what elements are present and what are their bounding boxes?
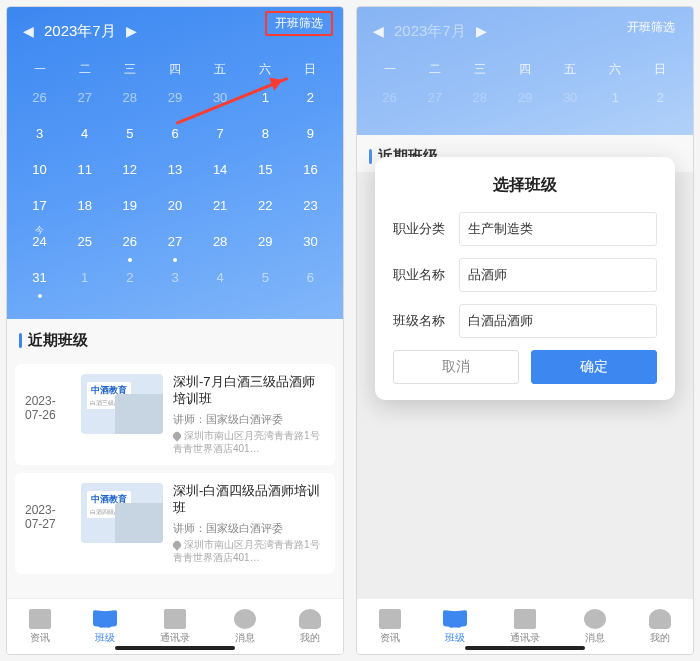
calendar-day[interactable]: 29	[243, 234, 288, 256]
prev-month-button[interactable]: ◀	[367, 23, 390, 39]
calendar-day[interactable]: 18	[62, 198, 107, 220]
tab-messages[interactable]: 消息	[234, 609, 256, 645]
calendar-day[interactable]: 2	[107, 270, 152, 292]
field-select[interactable]: 白酒品酒师	[459, 304, 657, 338]
dow-cell: 一	[17, 61, 62, 78]
filter-button[interactable]: 开班筛选	[275, 16, 323, 30]
calendar-day[interactable]: 3	[152, 270, 197, 292]
calendar-day[interactable]: 3	[17, 126, 62, 148]
tab-label: 我的	[649, 631, 671, 645]
tab-class[interactable]: 班级	[94, 609, 116, 645]
tab-icon	[94, 609, 116, 629]
dow-cell: 三	[107, 61, 152, 78]
dow-cell: 四	[502, 61, 547, 78]
calendar-day[interactable]: 12	[107, 162, 152, 184]
calendar-day[interactable]: 4	[198, 270, 243, 292]
tab-icon	[444, 609, 466, 629]
course-thumbnail: 中酒教育白酒四级品酒师	[81, 483, 163, 543]
tab-messages[interactable]: 消息	[584, 609, 606, 645]
calendar-day[interactable]: 28	[198, 234, 243, 256]
field-select[interactable]: 品酒师	[459, 258, 657, 292]
dow-cell: 三	[457, 61, 502, 78]
calendar-day[interactable]: 21	[198, 198, 243, 220]
course-lecturer: 讲师：国家级白酒评委	[173, 412, 325, 427]
tab-icon	[584, 609, 606, 629]
calendar-day[interactable]: 28	[107, 90, 152, 112]
course-address: 深圳市南山区月亮湾青青路1号青青世界酒店401…	[173, 538, 325, 564]
calendar-day[interactable]: 6	[288, 270, 333, 292]
calendar-day[interactable]: 7	[198, 126, 243, 148]
field-select[interactable]: 生产制造类	[459, 212, 657, 246]
calendar-day[interactable]: 11	[62, 162, 107, 184]
course-address: 深圳市南山区月亮湾青青路1号青青世界酒店401…	[173, 429, 325, 455]
course-card[interactable]: 2023-07-27中酒教育白酒四级品酒师深圳-白酒四级品酒师培训班讲师：国家级…	[15, 473, 335, 574]
dow-cell: 五	[548, 61, 593, 78]
calendar-day[interactable]: 5	[243, 270, 288, 292]
tab-icon	[379, 609, 401, 629]
tab-news[interactable]: 资讯	[29, 609, 51, 645]
calendar-day[interactable]: 30	[198, 90, 243, 112]
tab-icon	[299, 609, 321, 629]
calendar-day[interactable]: 6	[152, 126, 197, 148]
cancel-button[interactable]: 取消	[393, 350, 519, 384]
next-month-button[interactable]: ▶	[120, 23, 143, 39]
tab-label: 通讯录	[510, 631, 540, 645]
course-list[interactable]: 2023-07-26中酒教育白酒三级品酒师深圳-7月白酒三级品酒师培训班讲师：国…	[7, 356, 343, 598]
calendar-day[interactable]: 22	[243, 198, 288, 220]
tab-icon	[234, 609, 256, 629]
course-title: 深圳-7月白酒三级品酒师培训班	[173, 374, 325, 408]
calendar-day[interactable]: 15	[243, 162, 288, 184]
calendar-day[interactable]: 17	[17, 198, 62, 220]
calendar-day[interactable]: 13	[152, 162, 197, 184]
section-title: 近期班级	[28, 331, 88, 350]
calendar-grid[interactable]: 2627282930123456789101112131415161718192…	[17, 90, 333, 292]
tab-news[interactable]: 资讯	[379, 609, 401, 645]
calendar-day[interactable]: 2	[288, 90, 333, 112]
calendar-panel-dimmed: ◀ 2023年7月 ▶ 开班筛选 一二三四五六日 262728293012	[357, 7, 693, 135]
home-indicator	[115, 646, 235, 650]
course-thumbnail: 中酒教育白酒三级品酒师	[81, 374, 163, 434]
calendar-day: 28	[457, 90, 502, 112]
modal-field-row: 职业分类生产制造类	[393, 212, 657, 246]
tab-class[interactable]: 班级	[444, 609, 466, 645]
calendar-day[interactable]: 27	[152, 234, 197, 256]
calendar-day[interactable]: 1	[62, 270, 107, 292]
calendar-day[interactable]: 31	[17, 270, 62, 292]
dow-cell: 五	[198, 61, 243, 78]
calendar-day[interactable]: 26	[107, 234, 152, 256]
calendar-day[interactable]: 5	[107, 126, 152, 148]
calendar-day[interactable]: 19	[107, 198, 152, 220]
dow-cell: 二	[62, 61, 107, 78]
calendar-day: 30	[548, 90, 593, 112]
tab-mine[interactable]: 我的	[299, 609, 321, 645]
phone-right: ◀ 2023年7月 ▶ 开班筛选 一二三四五六日 262728293012 近期…	[356, 6, 694, 655]
course-card[interactable]: 2023-07-26中酒教育白酒三级品酒师深圳-7月白酒三级品酒师培训班讲师：国…	[15, 364, 335, 465]
calendar-day[interactable]: 8	[243, 126, 288, 148]
calendar-day[interactable]: 27	[62, 90, 107, 112]
calendar-day[interactable]: 16	[288, 162, 333, 184]
course-date: 2023-07-26	[25, 374, 81, 455]
calendar-day[interactable]: 23	[288, 198, 333, 220]
modal-field-row: 职业名称品酒师	[393, 258, 657, 292]
calendar-day[interactable]: 24今	[17, 234, 62, 256]
tab-contacts[interactable]: 通讯录	[160, 609, 190, 645]
field-label: 班级名称	[393, 312, 459, 330]
calendar-day[interactable]: 20	[152, 198, 197, 220]
calendar-day[interactable]: 9	[288, 126, 333, 148]
filter-button-highlight: 开班筛选	[265, 11, 333, 36]
calendar-day[interactable]: 30	[288, 234, 333, 256]
calendar-day[interactable]: 26	[17, 90, 62, 112]
calendar-day[interactable]: 14	[198, 162, 243, 184]
calendar-day[interactable]: 25	[62, 234, 107, 256]
confirm-button[interactable]: 确定	[531, 350, 657, 384]
calendar-day[interactable]: 10	[17, 162, 62, 184]
calendar-day[interactable]: 29	[152, 90, 197, 112]
tab-label: 消息	[234, 631, 256, 645]
calendar-day[interactable]: 4	[62, 126, 107, 148]
filter-button[interactable]: 开班筛选	[621, 15, 681, 40]
tab-mine[interactable]: 我的	[649, 609, 671, 645]
next-month-button[interactable]: ▶	[470, 23, 493, 39]
tab-contacts[interactable]: 通讯录	[510, 609, 540, 645]
prev-month-button[interactable]: ◀	[17, 23, 40, 39]
tab-icon	[29, 609, 51, 629]
